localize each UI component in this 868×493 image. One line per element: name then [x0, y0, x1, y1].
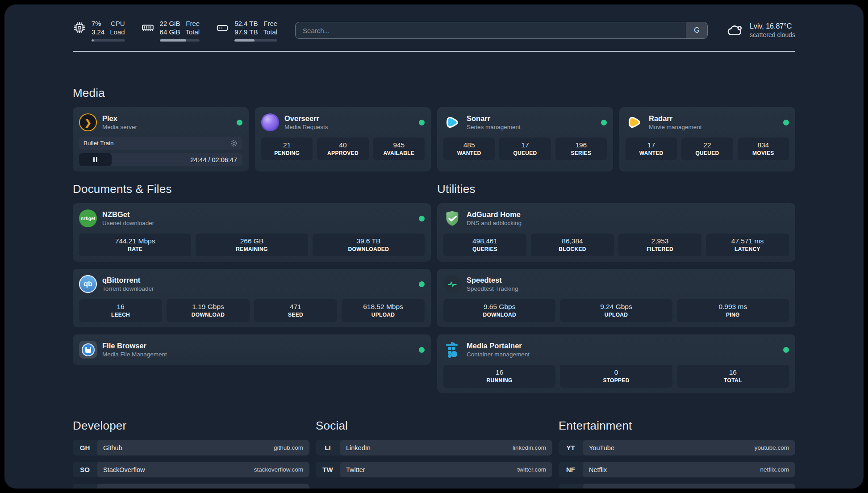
service-card-qbittorrent[interactable]: qb qBittorrent Torrent downloader 16 [73, 269, 431, 327]
service-card-filebrowser[interactable]: File Browser Media File Management [73, 334, 431, 365]
bookmark-url: stackoverflow.com [254, 466, 303, 473]
session-settings-icon[interactable] [230, 139, 238, 147]
service-card-speedtest[interactable]: Speedtest Speedtest Tracking 9.65 Gbps D… [437, 269, 795, 327]
stat-value: 16 [679, 368, 787, 377]
cpu-progress-bar [92, 39, 125, 42]
bookmark-url: linkedin.com [513, 444, 546, 451]
service-subtitle: Torrent downloader [102, 285, 413, 293]
bookmark-reddit[interactable]: RE Reddit reddit.com [559, 484, 795, 489]
stat-label: WANTED [627, 150, 675, 157]
stat-value: 17 [501, 141, 549, 150]
section-title-media: Media [73, 86, 795, 100]
cpu-load-value: 3.24 [92, 28, 104, 36]
bookmark-url: youtube.com [755, 444, 789, 451]
stat-label: DOWNLOADED [314, 246, 423, 253]
disk-total-value: 97.9 TB [234, 28, 258, 36]
bookmark-dev[interactable]: DT DEV dev.to [73, 484, 309, 489]
stat-tile: 47.571 ms LATENCY [706, 234, 789, 256]
service-title: Overseerr [284, 114, 413, 123]
stat-label: UPLOAD [343, 311, 423, 318]
memory-free-label: Free [185, 19, 200, 28]
stat-value: 39.6 TB [314, 237, 423, 246]
stat-value: 471 [256, 302, 335, 311]
cpu-stat: 7% 3.24 CPU Load [73, 19, 125, 42]
service-subtitle: Media server [102, 123, 231, 131]
status-dot-online [783, 120, 789, 125]
stat-value: 834 [739, 141, 787, 150]
service-subtitle: Series management [467, 123, 596, 131]
stat-label: BLOCKED [533, 246, 612, 253]
service-card-portainer[interactable]: Media Portainer Container management 16 … [437, 334, 795, 393]
stat-label: RATE [81, 246, 189, 253]
stat-label: RUNNING [445, 377, 554, 384]
search-input[interactable] [296, 22, 686, 38]
stat-value: 9.24 Gbps [562, 302, 670, 311]
service-subtitle: Media File Management [102, 351, 413, 359]
stat-tile: 471 SEED [254, 299, 337, 322]
search-bar[interactable]: G [295, 22, 708, 39]
stat-value: 485 [445, 141, 493, 150]
stat-value: 498,461 [445, 237, 525, 246]
bookmark-url: twitter.com [517, 466, 546, 473]
stat-value: 1.19 Gbps [168, 302, 248, 311]
bookmark-linkedin[interactable]: LI LinkedIn linkedin.com [316, 440, 552, 455]
qbittorrent-icon: qb [79, 275, 97, 293]
stat-value: 40 [319, 141, 367, 150]
service-card-nzbget[interactable]: nzbget NZBGet Usenet downloader 744.21 M… [73, 203, 431, 262]
bookmark-github[interactable]: GH Github github.com [73, 440, 309, 455]
memory-total-value: 64 GiB [160, 28, 180, 36]
stat-tile: 17 QUEUED [499, 138, 551, 160]
stat-label: QUERIES [445, 246, 525, 253]
cloud-icon [726, 22, 743, 39]
stat-tile: 945 AVAILABLE [373, 138, 425, 160]
bookmark-url: reddit.com [761, 488, 789, 489]
pause-icon[interactable] [79, 153, 112, 166]
weather-location: Lviv, 16.87°C [750, 22, 795, 31]
section-title-entertainment: Entertainment [559, 419, 795, 433]
service-card-overseerr[interactable]: Overseerr Media Requests 21 PENDING 40 A… [255, 107, 431, 171]
bookmark-twitter[interactable]: TW Twitter twitter.com [316, 462, 552, 477]
portainer-icon [443, 341, 461, 359]
stat-label: REMAINING [197, 246, 306, 253]
service-card-plex[interactable]: ❯ Plex Media server Bullet Train [73, 107, 249, 171]
memory-free-value: 22 GiB [160, 19, 180, 28]
service-card-sonarr[interactable]: Sonarr Series management 485 WANTED 17 Q… [437, 107, 613, 171]
cpu-usage-value: 7% [92, 19, 104, 28]
memory-progress-bar [160, 39, 200, 42]
bookmark-netflix[interactable]: NF Netflix netflix.com [559, 462, 795, 477]
system-stats: 7% 3.24 CPU Load [73, 19, 277, 42]
search-provider-button[interactable]: G [686, 22, 707, 38]
documents-column: Documents & Files nzbget NZBGet Usenet d… [73, 182, 431, 365]
nzbget-icon: nzbget [79, 209, 97, 227]
stat-value: 16 [445, 368, 554, 377]
service-card-adguard[interactable]: AdGuard Home DNS and adblocking 498,461 … [437, 203, 795, 262]
disk-stat: 52.4 TB 97.9 TB Free Total [216, 19, 277, 42]
bookmark-name: DEV [103, 488, 117, 489]
bookmark-abbr: DT [73, 484, 97, 489]
bookmark-name: Reddit [589, 488, 608, 489]
stat-tile: 17 WANTED [626, 138, 677, 160]
bookmark-abbr: GH [73, 440, 97, 455]
stat-label: AVAILABLE [375, 150, 423, 157]
stat-tile: 498,461 QUERIES [443, 234, 526, 256]
bookmark-stackoverflow[interactable]: SO StackOverflow stackoverflow.com [73, 462, 309, 477]
bookmark-youtube[interactable]: YT YouTube youtube.com [559, 440, 795, 455]
stat-value: 9.65 Gbps [445, 302, 554, 311]
stat-label: LATENCY [708, 246, 787, 253]
weather-condition: scattered clouds [750, 31, 795, 39]
stat-value: 0 [562, 368, 670, 377]
disk-total-label: Total [263, 28, 277, 36]
stat-value: 744.21 Mbps [81, 237, 189, 246]
stat-tile: 0.993 ms PING [677, 299, 789, 322]
stat-value: 945 [375, 141, 423, 150]
memory-stat: 22 GiB 64 GiB Free Total [141, 19, 200, 42]
plex-icon: ❯ [79, 113, 97, 131]
stat-label: APPROVED [319, 150, 367, 157]
stat-tile: 485 WANTED [443, 138, 495, 160]
stat-tile: 266 GB REMAINING [196, 234, 308, 256]
section-title-developer: Developer [73, 419, 309, 433]
stat-value: 0.993 ms [679, 302, 787, 311]
stat-label: SERIES [557, 150, 605, 157]
topbar-divider [73, 51, 795, 52]
service-card-radarr[interactable]: Radarr Movie management 17 WANTED 22 QUE… [619, 107, 795, 171]
